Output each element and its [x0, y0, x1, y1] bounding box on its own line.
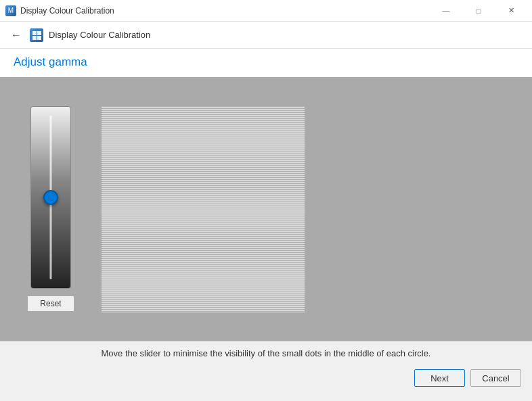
minimize-button[interactable]: — — [430, 0, 462, 22]
gamma-lines — [102, 106, 305, 312]
nav-bar: ← Display Colour Calibration — [0, 22, 532, 49]
gamma-slider-thumb[interactable] — [43, 190, 58, 205]
reset-button[interactable]: Reset — [27, 296, 74, 312]
instruction-text: Move the slider to minimise the visibili… — [0, 341, 532, 365]
title-bar: M Display Colour Calibration — □ ✕ — [0, 0, 532, 22]
title-bar-left: M Display Colour Calibration — [5, 5, 114, 16]
main-content: Reset — [0, 77, 532, 341]
cancel-button[interactable]: Cancel — [470, 369, 521, 387]
maximize-button[interactable]: □ — [463, 0, 494, 22]
page-heading-section: Adjust gamma — [0, 49, 532, 77]
window-title: Display Colour Calibration — [20, 6, 114, 16]
page-heading: Adjust gamma — [14, 55, 518, 69]
slider-panel: Reset — [27, 106, 74, 312]
nav-app-icon — [30, 28, 43, 42]
footer-buttons: Next Cancel — [0, 365, 532, 394]
svg-rect-3 — [37, 36, 41, 40]
back-button[interactable]: ← — [8, 26, 24, 44]
svg-rect-0 — [32, 31, 37, 35]
window-controls: — □ ✕ — [430, 0, 527, 22]
app-icon: M — [5, 5, 16, 16]
svg-rect-2 — [32, 36, 37, 40]
slider-track — [30, 106, 71, 289]
footer: Move the slider to minimise the visibili… — [0, 341, 532, 394]
next-button[interactable]: Next — [414, 369, 465, 387]
gamma-pattern-display — [102, 106, 305, 312]
nav-title: Display Colour Calibration — [49, 30, 150, 40]
svg-rect-1 — [37, 31, 41, 35]
close-button[interactable]: ✕ — [495, 0, 527, 22]
